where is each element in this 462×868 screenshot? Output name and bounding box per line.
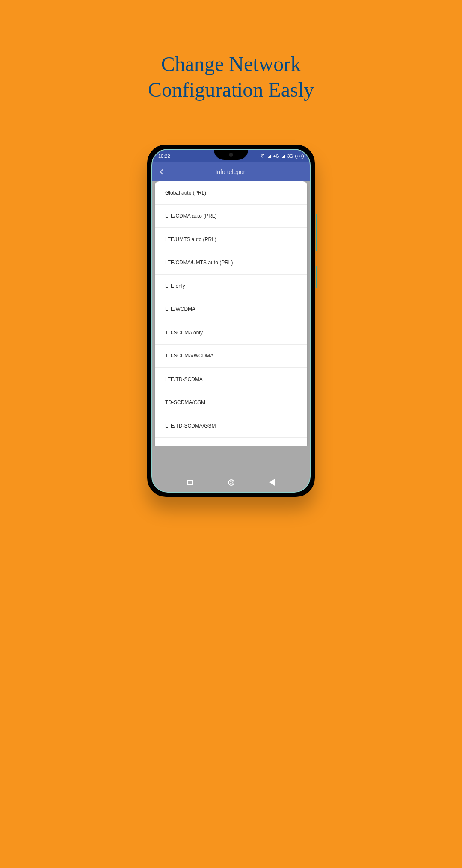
app-bar: Info telepon [152,162,310,181]
back-button[interactable] [152,168,171,175]
network-option-label: LTE/TD-SCDMA/GSM [165,423,216,429]
network-option[interactable]: LTE/CDMA/UMTS auto (PRL) [155,251,307,275]
status-right: 4G 3G 33 [260,153,304,159]
power-button [316,266,317,288]
network-option-label: LTE/CDMA auto (PRL) [165,213,216,219]
headline-line-2: Configuration Easly [0,77,462,103]
network-option[interactable]: TD-SCDMA/GSM [155,391,307,415]
phone-frame: 10:22 4G 3G 33 Info telepon [147,145,315,497]
notch [214,150,248,160]
below-card-gap [152,446,310,473]
volume-button [316,214,317,251]
network-option-label: LTE only [165,283,185,289]
home-button[interactable] [228,479,234,486]
headline-line-1: Change Network [0,51,462,77]
net-label-1: 4G [273,154,279,159]
network-option[interactable]: LTE only [155,275,307,298]
network-option-label: TD-SCDMA/WCDMA [165,353,213,359]
system-nav-bar [152,473,310,492]
network-option[interactable]: LTE/TD-SCDMA [155,368,307,391]
network-option[interactable]: LTE/UMTS auto (PRL) [155,228,307,251]
network-option[interactable]: TD-SCDMA/UMTS [155,438,307,446]
net-label-2: 3G [287,154,293,159]
network-option[interactable]: LTE/TD-SCDMA/GSM [155,414,307,438]
network-option-label: Global auto (PRL) [165,190,206,196]
status-time: 10:22 [158,154,170,159]
network-option-label: LTE/TD-SCDMA [165,376,203,382]
network-option[interactable]: TD-SCDMA only [155,321,307,345]
signal-icon-1 [267,154,271,158]
network-option-label: LTE/UMTS auto (PRL) [165,236,216,242]
network-option-label: TD-SCDMA only [165,330,203,336]
battery-pill: 33 [295,154,304,159]
phone-bezel: 10:22 4G 3G 33 Info telepon [151,149,311,493]
alarm-icon [260,153,265,159]
network-option-label: LTE/CDMA/UMTS auto (PRL) [165,260,233,266]
options-card: Global auto (PRL)LTE/CDMA auto (PRL)LTE/… [155,181,307,446]
network-option[interactable]: TD-SCDMA/WCDMA [155,345,307,368]
recents-button[interactable] [187,480,193,485]
network-option[interactable]: LTE/CDMA auto (PRL) [155,205,307,228]
network-option-label: LTE/WCDMA [165,306,195,312]
network-option[interactable]: LTE/WCDMA [155,298,307,322]
network-option[interactable]: Global auto (PRL) [155,181,307,205]
app-bar-title: Info telepon [152,168,310,175]
network-options-list[interactable]: Global auto (PRL)LTE/CDMA auto (PRL)LTE/… [155,181,307,446]
network-option-label: TD-SCDMA/GSM [165,399,205,405]
back-nav-button[interactable] [270,479,275,486]
signal-icon-2 [281,154,285,158]
screen: 10:22 4G 3G 33 Info telepon [152,150,310,492]
promo-headline: Change Network Configuration Easly [0,51,462,103]
